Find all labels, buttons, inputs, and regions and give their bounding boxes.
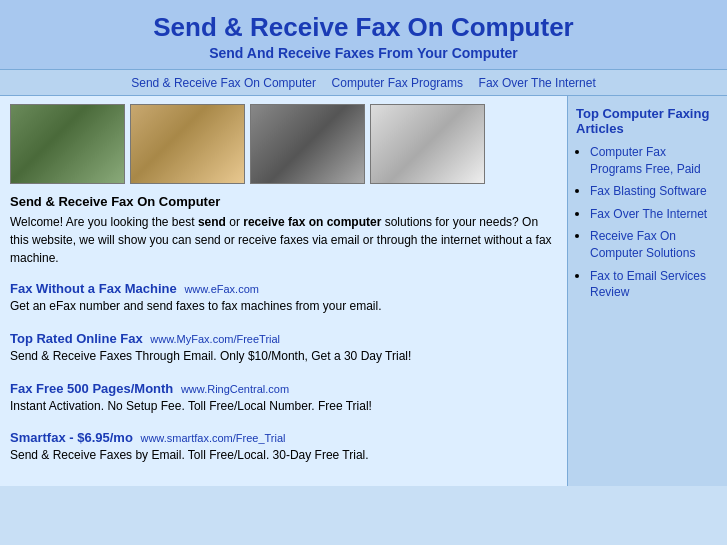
intro-text: Welcome! Are you looking the best send o… [10, 213, 557, 267]
ad-url-1[interactable]: www.eFax.com [184, 283, 259, 295]
list-item-1: Computer Fax Programs Free, Paid [590, 144, 719, 177]
image-4 [370, 104, 485, 184]
images-row [10, 104, 557, 184]
ad-title-2[interactable]: Top Rated Online Fax [10, 331, 143, 346]
ad-title-1[interactable]: Fax Without a Fax Machine [10, 281, 177, 296]
ad-item-2: Top Rated Online Fax www.MyFax.com/FreeT… [10, 329, 557, 367]
nav-link-send-receive[interactable]: Send & Receive Fax On Computer [131, 76, 316, 90]
ad-url-2[interactable]: www.MyFax.com/FreeTrial [150, 333, 280, 345]
nav-link-computer-fax[interactable]: Computer Fax Programs [332, 76, 463, 90]
sidebar-link-3[interactable]: Fax Over The Internet [590, 207, 707, 221]
ad-item-4: Smartfax - $6.95/mo www.smartfax.com/Fre… [10, 428, 557, 466]
list-item-4: Receive Fax On Computer Solutions [590, 228, 719, 261]
ad-item-3: Fax Free 500 Pages/Month www.RingCentral… [10, 379, 557, 417]
image-2 [130, 104, 245, 184]
list-item-3: Fax Over The Internet [590, 206, 719, 223]
sidebar: Top Computer Faxing Articles Computer Fa… [567, 96, 727, 486]
ad-desc-4: Send & Receive Faxes by Email. Toll Free… [10, 447, 557, 464]
sidebar-link-4[interactable]: Receive Fax On Computer Solutions [590, 229, 695, 260]
ad-desc-2: Send & Receive Faxes Through Email. Only… [10, 348, 557, 365]
sidebar-link-5[interactable]: Fax to Email Services Review [590, 269, 706, 300]
page-subtitle: Send And Receive Faxes From Your Compute… [10, 45, 717, 61]
page-header: Send & Receive Fax On Computer Send And … [0, 0, 727, 70]
ad-title-3[interactable]: Fax Free 500 Pages/Month [10, 381, 173, 396]
sidebar-link-1[interactable]: Computer Fax Programs Free, Paid [590, 145, 701, 176]
nav-link-fax-internet[interactable]: Fax Over The Internet [479, 76, 596, 90]
content-section-title: Send & Receive Fax On Computer [10, 194, 557, 209]
navigation: Send & Receive Fax On Computer Computer … [0, 70, 727, 96]
sidebar-heading: Top Computer Faxing Articles [576, 106, 719, 136]
ad-desc-3: Instant Activation. No Setup Fee. Toll F… [10, 398, 557, 415]
list-item-5: Fax to Email Services Review [590, 268, 719, 301]
image-3 [250, 104, 365, 184]
main-content: Send & Receive Fax On Computer Welcome! … [0, 96, 567, 486]
page-title: Send & Receive Fax On Computer [10, 12, 717, 43]
ad-url-3[interactable]: www.RingCentral.com [181, 383, 289, 395]
sidebar-link-2[interactable]: Fax Blasting Software [590, 184, 707, 198]
list-item-2: Fax Blasting Software [590, 183, 719, 200]
image-1 [10, 104, 125, 184]
ad-url-4[interactable]: www.smartfax.com/Free_Trial [140, 432, 285, 444]
ad-title-4[interactable]: Smartfax - $6.95/mo [10, 430, 133, 445]
ad-item-1: Fax Without a Fax Machine www.eFax.com G… [10, 279, 557, 317]
main-layout: Send & Receive Fax On Computer Welcome! … [0, 96, 727, 486]
ad-desc-1: Get an eFax number and send faxes to fax… [10, 298, 557, 315]
sidebar-list: Computer Fax Programs Free, Paid Fax Bla… [576, 144, 719, 301]
